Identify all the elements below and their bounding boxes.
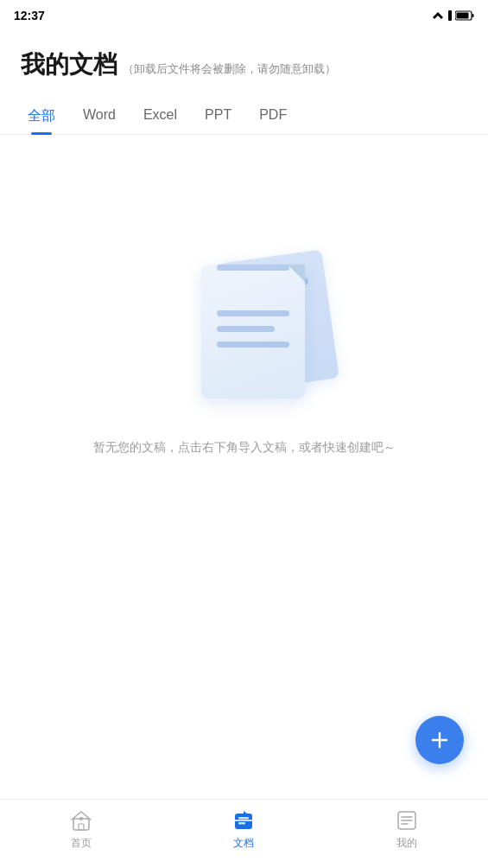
plus-icon [428, 728, 452, 752]
doc-line-1 [217, 310, 289, 316]
nav-label-docs: 文档 [233, 836, 254, 851]
svg-rect-9 [238, 817, 249, 820]
svg-rect-6 [79, 824, 84, 830]
tabs-bar: 全部 Word Excel PPT PDF [0, 99, 488, 135]
nav-item-mine[interactable]: 我的 [381, 808, 433, 851]
nav-item-docs[interactable]: 文档 [218, 808, 269, 851]
status-bar: 12:37 [0, 0, 488, 31]
empty-illustration [158, 239, 331, 412]
svg-rect-10 [238, 822, 245, 825]
svg-marker-0 [433, 12, 443, 19]
nav-item-home[interactable]: 首页 [55, 808, 107, 851]
tab-ppt[interactable]: PPT [191, 99, 245, 134]
doc-line-2 [217, 326, 275, 332]
page-title-sub: （卸载后文件将会被删除，请勿随意卸载） [123, 61, 336, 77]
tab-word[interactable]: Word [69, 99, 130, 134]
doc-front [201, 265, 305, 399]
tab-excel[interactable]: Excel [130, 99, 191, 134]
bottom-nav: 首页 文档 我的 [0, 799, 488, 868]
nav-label-mine: 我的 [396, 836, 417, 851]
status-icons [431, 10, 474, 21]
page-title: 我的文档 （卸载后文件将会被删除，请勿随意卸载） [21, 48, 467, 81]
page-title-main: 我的文档 [21, 48, 117, 81]
nav-label-home: 首页 [71, 836, 92, 851]
svg-rect-8 [235, 814, 252, 829]
docs-icon [231, 808, 256, 833]
status-time: 12:37 [14, 9, 45, 22]
mine-icon [395, 808, 419, 833]
signal-icon [448, 10, 452, 21]
battery-icon [455, 10, 474, 21]
wifi-icon [431, 10, 445, 21]
svg-point-7 [79, 817, 83, 820]
svg-rect-4 [472, 14, 474, 17]
doc-fold [288, 265, 305, 282]
home-icon [69, 808, 93, 833]
svg-rect-1 [448, 10, 452, 21]
empty-state: 暂无您的文稿，点击右下角导入文稿，或者快速创建吧～ [0, 135, 488, 456]
tab-all[interactable]: 全部 [14, 99, 69, 134]
header: 我的文档 （卸载后文件将会被删除，请勿随意卸载） [0, 31, 488, 90]
svg-rect-3 [457, 13, 469, 19]
doc-line-4 [217, 265, 289, 271]
doc-line-3 [217, 341, 289, 348]
add-button[interactable] [415, 716, 464, 764]
tab-pdf[interactable]: PDF [245, 99, 301, 134]
empty-text: 暂无您的文稿，点击右下角导入文稿，或者快速创建吧～ [93, 437, 396, 456]
